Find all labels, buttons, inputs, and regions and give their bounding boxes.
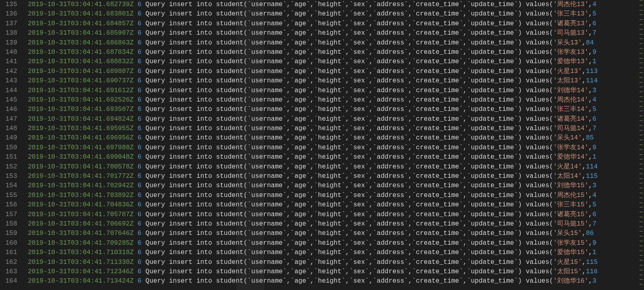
- line-number: 156: [0, 200, 17, 210]
- line-number: 142: [0, 67, 17, 76]
- columns-fragment: (`username`,`age`,`height`,`sex`,`addres…: [243, 20, 553, 27]
- columns-fragment: (`username`,`age`,`height`,`sex`,`addres…: [243, 10, 553, 18]
- value-username: '诸葛亮15': [553, 211, 588, 218]
- timestamp: 2019-10-31T03:04:41.712346Z: [28, 268, 134, 275]
- table-name: student: [216, 29, 243, 37]
- table-name: student: [216, 163, 243, 170]
- columns-fragment: (`username`,`age`,`height`,`sex`,`addres…: [243, 49, 553, 56]
- timestamp: 2019-10-31T03:04:41.683801Z: [28, 10, 134, 18]
- log-line[interactable]: 2019-10-31T03:04:41.706692Z 6 Query inse…: [28, 219, 597, 229]
- line-number: 147: [0, 115, 17, 124]
- minimap-mark: [640, 106, 643, 107]
- log-line[interactable]: 2019-10-31T03:04:41.703892Z 6 Query inse…: [28, 191, 597, 200]
- minimap-mark: [640, 62, 643, 63]
- minimap-mark: [640, 14, 643, 15]
- columns-fragment: (`username`,`age`,`height`,`sex`,`addres…: [243, 230, 553, 237]
- table-name: student: [216, 115, 243, 123]
- log-line[interactable]: 2019-10-31T03:04:41.690737Z 6 Query inse…: [28, 76, 597, 86]
- log-line[interactable]: 2019-10-31T03:04:41.696956Z 6 Query inse…: [28, 133, 597, 143]
- minimap-mark: [640, 270, 643, 270]
- table-name: student: [216, 134, 243, 142]
- query-prefix: Query insert into: [145, 239, 216, 247]
- minimap-mark: [640, 120, 643, 121]
- query-prefix: Query insert into: [145, 1, 216, 8]
- timestamp: 2019-10-31T03:04:41.697980Z: [28, 144, 134, 151]
- log-line[interactable]: 2019-10-31T03:04:41.693507Z 6 Query inse…: [28, 105, 597, 114]
- minimap-mark: [640, 43, 643, 44]
- log-line[interactable]: 2019-10-31T03:04:41.689807Z 6 Query inse…: [28, 67, 597, 76]
- value-tail-number: 4: [593, 1, 597, 8]
- timestamp: 2019-10-31T03:04:41.694824Z: [28, 115, 134, 123]
- log-line[interactable]: 2019-10-31T03:04:41.710318Z 6 Query inse…: [28, 248, 597, 257]
- log-line[interactable]: 2019-10-31T03:04:41.712346Z 6 Query inse…: [28, 267, 597, 277]
- table-name: student: [216, 10, 243, 18]
- code-editor[interactable]: 1351361371381391401411421431441451461471…: [0, 0, 644, 290]
- log-line[interactable]: 2019-10-31T03:04:41.685907Z 6 Query inse…: [28, 29, 597, 38]
- timestamp: 2019-10-31T03:04:41.685907Z: [28, 29, 134, 37]
- columns-fragment: (`username`,`age`,`height`,`sex`,`addres…: [243, 249, 553, 256]
- timestamp: 2019-10-31T03:04:41.691612Z: [28, 87, 134, 94]
- log-line[interactable]: 2019-10-31T03:04:41.699048Z 6 Query inse…: [28, 153, 597, 162]
- table-name: student: [216, 153, 243, 161]
- value-username: '司马懿14': [553, 125, 588, 132]
- log-line[interactable]: 2019-10-31T03:04:41.695955Z 6 Query inse…: [28, 124, 597, 133]
- log-line[interactable]: 2019-10-31T03:04:41.688832Z 6 Query inse…: [28, 57, 597, 66]
- log-line[interactable]: 2019-10-31T03:04:41.704836Z 6 Query inse…: [28, 200, 597, 210]
- value-tail-number: 115: [586, 259, 598, 266]
- log-line[interactable]: 2019-10-31T03:04:41.686863Z 6 Query inse…: [28, 38, 597, 48]
- timestamp: 2019-10-31T03:04:41.705787Z: [28, 211, 134, 218]
- log-line[interactable]: 2019-10-31T03:04:41.682739Z 6 Query inse…: [28, 0, 597, 9]
- log-line[interactable]: 2019-10-31T03:04:41.694824Z 6 Query inse…: [28, 115, 597, 124]
- value-username: '刘德华16': [553, 277, 588, 285]
- minimap-mark: [640, 10, 643, 11]
- log-line[interactable]: 2019-10-31T03:04:41.707646Z 6 Query inse…: [28, 229, 597, 238]
- value-tail-number: 85: [586, 134, 594, 142]
- minimap-mark: [640, 173, 643, 174]
- value-username: '火星13': [553, 68, 582, 75]
- log-line[interactable]: 2019-10-31T03:04:41.713424Z 6 Query inse…: [28, 277, 597, 286]
- columns-fragment: (`username`,`age`,`height`,`sex`,`addres…: [243, 182, 553, 189]
- minimap-scrollbar[interactable]: [638, 0, 644, 290]
- minimap-mark: [640, 241, 643, 241]
- log-line[interactable]: 2019-10-31T03:04:41.709285Z 6 Query inse…: [28, 239, 597, 248]
- value-tail-number: 9: [593, 239, 597, 247]
- columns-fragment: (`username`,`age`,`height`,`sex`,`addres…: [243, 163, 553, 170]
- log-line[interactable]: 2019-10-31T03:04:41.705787Z 6 Query inse…: [28, 210, 597, 219]
- code-content[interactable]: 2019-10-31T03:04:41.682739Z 6 Query inse…: [28, 0, 597, 286]
- value-tail-number: 7: [593, 220, 597, 228]
- columns-fragment: (`username`,`age`,`height`,`sex`,`addres…: [243, 29, 553, 37]
- query-prefix: Query insert into: [145, 87, 216, 94]
- columns-fragment: (`username`,`age`,`height`,`sex`,`addres…: [243, 39, 553, 46]
- log-line[interactable]: 2019-10-31T03:04:41.687834Z 6 Query inse…: [28, 48, 597, 57]
- query-prefix: Query insert into: [145, 201, 216, 208]
- table-name: student: [216, 220, 243, 228]
- line-number: 155: [0, 191, 17, 200]
- table-name: student: [216, 192, 243, 199]
- log-line[interactable]: 2019-10-31T03:04:41.691612Z 6 Query inse…: [28, 86, 597, 95]
- value-username: '太阳14': [553, 173, 582, 180]
- minimap-mark: [640, 101, 643, 102]
- value-tail-number: 5: [593, 10, 597, 18]
- value-username: '火星14': [553, 163, 582, 170]
- columns-fragment: (`username`,`age`,`height`,`sex`,`addres…: [243, 277, 553, 285]
- log-line[interactable]: 2019-10-31T03:04:41.683801Z 6 Query inse…: [28, 9, 597, 19]
- table-name: student: [216, 268, 243, 275]
- value-username: '张学友14': [553, 144, 588, 151]
- log-line[interactable]: 2019-10-31T03:04:41.700578Z 6 Query inse…: [28, 162, 597, 172]
- query-prefix: Query insert into: [145, 77, 216, 84]
- minimap-mark: [640, 77, 643, 78]
- log-line[interactable]: 2019-10-31T03:04:41.702942Z 6 Query inse…: [28, 181, 597, 190]
- log-line[interactable]: 2019-10-31T03:04:41.684857Z 6 Query inse…: [28, 19, 597, 29]
- log-line[interactable]: 2019-10-31T03:04:41.701772Z 6 Query inse…: [28, 172, 597, 181]
- minimap-mark: [640, 82, 643, 83]
- log-line[interactable]: 2019-10-31T03:04:41.697980Z 6 Query inse…: [28, 143, 597, 153]
- log-line[interactable]: 2019-10-31T03:04:41.692526Z 6 Query inse…: [28, 95, 597, 105]
- query-prefix: Query insert into: [145, 39, 216, 46]
- line-number: 151: [0, 153, 17, 162]
- value-username: '刘德华14': [553, 87, 588, 94]
- value-tail-number: 9: [593, 49, 597, 56]
- timestamp: 2019-10-31T03:04:41.709285Z: [28, 239, 134, 247]
- minimap-mark: [640, 221, 643, 222]
- log-line[interactable]: 2019-10-31T03:04:41.711330Z 6 Query inse…: [28, 258, 597, 267]
- minimap-mark: [640, 130, 643, 131]
